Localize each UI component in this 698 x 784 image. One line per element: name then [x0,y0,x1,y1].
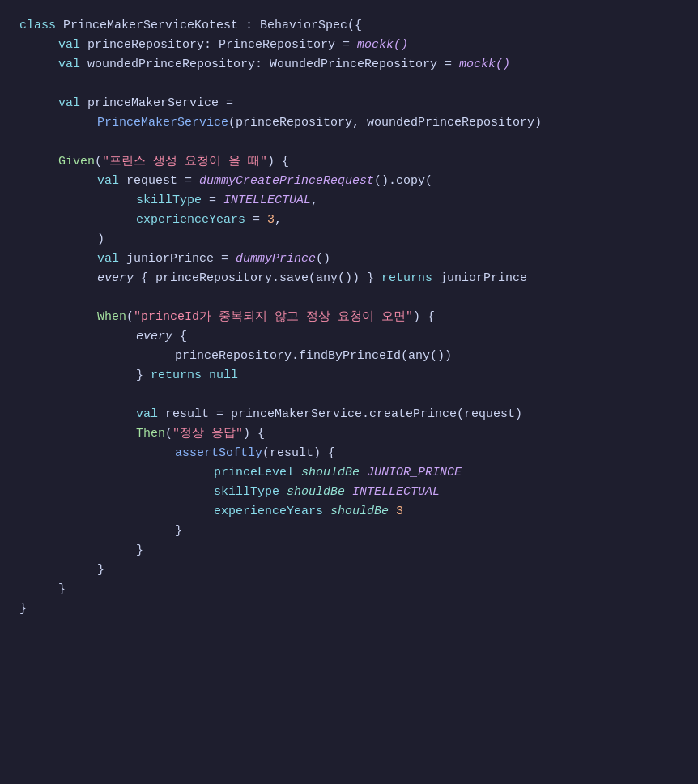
const-intellectual-1: INTELLECTUAL [223,191,311,211]
close-paren-1: ) [97,230,104,249]
code-line-18: princeRepository.findByPrinceId(any()) [19,347,679,366]
prop-skill-type-2: skillType [214,483,287,502]
close-brace-when: } [97,560,104,580]
fn-dummy-prince: dummyPrince [236,249,316,269]
comma-2: , [275,211,282,230]
mockk-2: mockk() [459,55,510,75]
prop-exp-years-2: experienceYears [214,502,330,522]
fn-dummy-request: dummyCreatePrinceRequest [199,172,374,191]
mockk-1: mockk() [357,36,408,55]
then-keyword: Then [136,424,165,444]
shouldbe-3: shouldBe [330,502,396,522]
keyword-val-1: val [58,36,87,55]
code-line-7 [19,133,679,152]
code-line-20 [19,386,679,405]
then-paren-close: ) { [243,424,265,444]
junior-prince-ref: juniorPrince [440,269,527,288]
code-editor: class PrinceMakerServiceKotest : Behavio… [19,16,679,619]
code-line-23: assertSoftly(result) { [19,444,679,463]
code-line-9: val request = dummyCreatePrinceRequest()… [19,172,679,191]
code-line-11: experienceYears = 3, [19,211,679,230]
var-result: result = princeMakerService.createPrince… [165,405,522,424]
keyword-val-6: val [136,405,165,424]
code-line-27: } [19,522,679,541]
close-brace-class: } [19,599,27,619]
fn-prince-maker-service: PrinceMakerService [97,113,228,133]
close-brace-assert: } [175,522,182,541]
given-paren-close: ) { [267,152,289,172]
code-line-25: skillType shouldBe INTELLECTUAL [19,483,679,502]
every-brace-1: { princeRepository.save(any()) } [134,269,381,288]
equals-1: = [202,191,223,211]
close-brace-then: } [136,541,143,560]
find-by-prince-id: princeRepository.findByPrinceId(any()) [175,347,452,366]
given-paren-open: ( [95,152,102,172]
code-line-14: every { princeRepository.save(any()) } r… [19,269,679,288]
code-line-24: princeLevel shouldBe JUNIOR_PRINCE [19,463,679,483]
when-paren-open: ( [126,308,134,327]
equals-2: = [245,211,267,230]
every-keyword-2: every [136,327,172,347]
returns-keyword-1: returns [381,269,440,288]
code-line-26: experienceYears shouldBe 3 [19,502,679,522]
code-line-30: } [19,580,679,599]
code-line-4 [19,75,679,94]
prop-skill-type: skillType [136,191,202,211]
var-prince-repo: princeRepository: PrinceRepository = [87,36,357,55]
code-line-22: Then("정상 응답") { [19,424,679,444]
when-keyword: When [97,308,126,327]
code-line-12: ) [19,230,679,249]
var-junior-prince: juniorPrince = [126,249,236,269]
code-line-17: every { [19,327,679,347]
var-service: princeMakerService = [87,94,233,113]
code-line-19: } returns null [19,366,679,386]
when-string: "princeId가 중복되지 않고 정상 요청이 오면" [134,308,413,327]
given-keyword: Given [58,152,95,172]
null-keyword: null [209,366,238,386]
prop-prince-level: princeLevel [214,463,301,483]
then-paren-open: ( [165,424,172,444]
code-line-3: val woundedPrinceRepository: WoundedPrin… [19,55,679,75]
every-brace-2: { [172,327,187,347]
keyword-class: class [19,16,63,36]
shouldbe-1: shouldBe [301,463,367,483]
code-line-29: } [19,560,679,580]
num-3-2: 3 [396,502,403,522]
keyword-val-2: val [58,55,87,75]
code-line-6: PrinceMakerService(princeRepository, wou… [19,113,679,133]
comma-1: , [311,191,318,211]
code-line-2: val princeRepository: PrinceRepository =… [19,36,679,55]
code-line-28: } [19,541,679,560]
code-line-31: } [19,599,679,619]
dummy-prince-paren: () [316,249,330,269]
then-string: "정상 응답" [172,424,243,444]
given-string: "프린스 생성 요청이 올 때" [102,152,267,172]
code-line-10: skillType = INTELLECTUAL, [19,191,679,211]
keyword-val-3: val [58,94,87,113]
copy-call: ().copy( [374,172,432,191]
code-line-5: val princeMakerService = [19,94,679,113]
every-keyword-1: every [97,269,134,288]
when-paren-close: ) { [413,308,435,327]
service-args: (princeRepository, woundedPrinceReposito… [228,113,542,133]
code-line-8: Given("프린스 생성 요청이 올 때") { [19,152,679,172]
num-3-1: 3 [267,211,275,230]
var-request: request = [126,172,199,191]
close-brace-every: } [136,366,151,386]
fn-assert-softly: assertSoftly [175,444,262,463]
code-line-15 [19,288,679,308]
code-line-16: When("princeId가 중복되지 않고 정상 요청이 오면") { [19,308,679,327]
shouldbe-2: shouldBe [287,483,352,502]
keyword-val-5: val [97,249,126,269]
code-line-21: val result = princeMakerService.createPr… [19,405,679,424]
keyword-val-4: val [97,172,126,191]
class-name: PrinceMakerServiceKotest : BehaviorSpec(… [63,16,362,36]
close-brace-given: } [58,580,66,599]
code-line-13: val juniorPrince = dummyPrince() [19,249,679,269]
prop-exp-years: experienceYears [136,211,245,230]
assert-args: (result) { [262,444,335,463]
const-intellectual-2: INTELLECTUAL [352,483,440,502]
code-line-1: class PrinceMakerServiceKotest : Behavio… [19,16,679,36]
returns-keyword-2: returns [151,366,209,386]
const-junior-prince: JUNIOR_PRINCE [367,463,462,483]
